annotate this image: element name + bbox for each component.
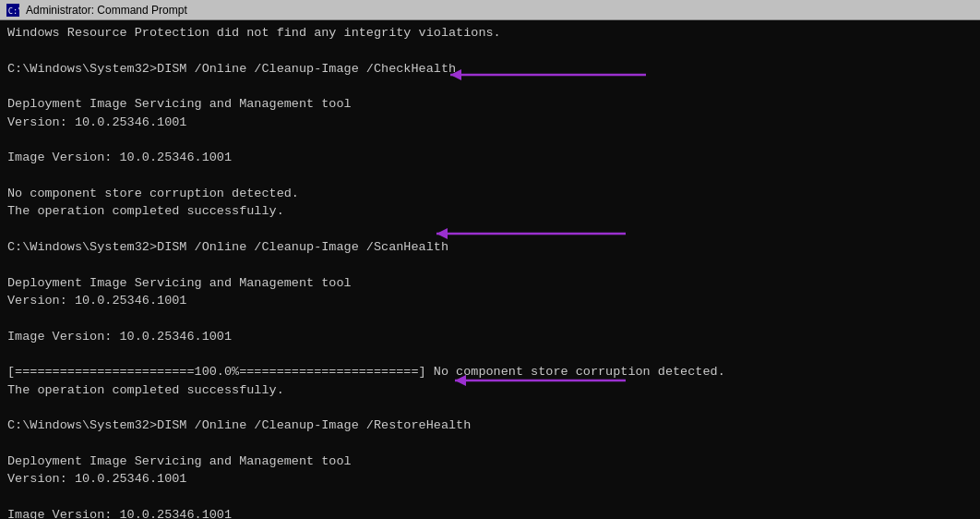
- terminal: Windows Resource Protection did not find…: [0, 20, 980, 519]
- terminal-line-empty: [7, 131, 973, 149]
- terminal-line-cmd1: C:\Windows\System32>DISM /Online /Cleanu…: [7, 60, 973, 78]
- cmd-icon: C:\: [6, 3, 20, 18]
- terminal-line-empty: [7, 399, 973, 416]
- terminal-line-empty: [7, 489, 973, 506]
- terminal-line: Image Version: 10.0.25346.1001: [7, 506, 973, 519]
- terminal-line: Image Version: 10.0.25346.1001: [7, 149, 973, 167]
- terminal-line: No component store corruption detected.: [7, 185, 973, 203]
- terminal-line: Deployment Image Servicing and Managemen…: [7, 274, 973, 293]
- terminal-line-empty: [7, 257, 973, 274]
- svg-text:C:\: C:\: [8, 6, 19, 15]
- terminal-line-empty: [7, 345, 973, 363]
- terminal-line: Image Version: 10.0.25346.1001: [7, 328, 973, 346]
- terminal-line-empty: [7, 42, 973, 60]
- terminal-line: Deployment Image Servicing and Managemen…: [7, 453, 973, 471]
- terminal-line: Version: 10.0.25346.1001: [7, 114, 973, 132]
- terminal-line: Deployment Image Servicing and Managemen…: [7, 95, 973, 114]
- terminal-line: Windows Resource Protection did not find…: [7, 24, 973, 42]
- terminal-line: Version: 10.0.25346.1001: [7, 470, 973, 489]
- terminal-line: The operation completed successfully.: [7, 202, 973, 221]
- terminal-line-empty: [7, 167, 973, 185]
- terminal-line: [========================100.0%=========…: [7, 363, 973, 381]
- terminal-line-cmd2: C:\Windows\System32>DISM /Online /Cleanu…: [7, 238, 973, 257]
- terminal-line: Version: 10.0.25346.1001: [7, 292, 973, 310]
- title-bar: C:\ Administrator: Command Prompt: [0, 0, 980, 20]
- terminal-line-cmd3: C:\Windows\System32>DISM /Online /Cleanu…: [7, 416, 973, 435]
- terminal-line: The operation completed successfully.: [7, 381, 973, 400]
- terminal-line-empty: [7, 435, 973, 453]
- terminal-line-empty: [7, 78, 973, 95]
- terminal-line-empty: [7, 310, 973, 328]
- title-bar-text: Administrator: Command Prompt: [26, 4, 974, 17]
- terminal-line-empty: [7, 221, 973, 238]
